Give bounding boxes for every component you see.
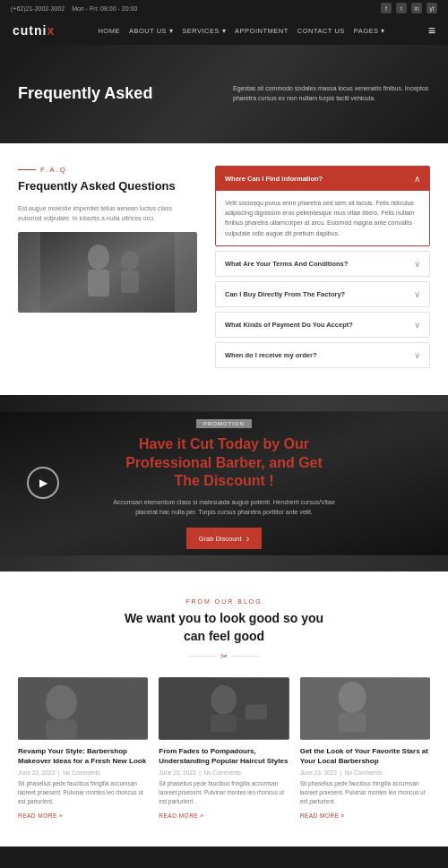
blog-card-title-2: From Fades to Pompadours, Understanding … bbox=[159, 747, 289, 766]
promo-content: PROMOTION Have it Cut Today by Our Profe… bbox=[108, 417, 340, 549]
blog-card-image-3 bbox=[300, 677, 430, 740]
blog-img-svg-1 bbox=[18, 677, 148, 740]
blog-card-meta-3: June 23, 2023 | No Comments bbox=[300, 769, 430, 776]
faq-question-4: What Kinds of Payment Do You Accept? bbox=[225, 321, 353, 329]
promo-title-line2: Professional Barber, and Get bbox=[125, 455, 323, 470]
blog-date-3: June 23, 2023 bbox=[300, 769, 337, 776]
faq-item-2: What Are Your Terms And Conditions? ∨ bbox=[215, 251, 430, 277]
blog-card-title-3: Get the Look of Your Favorite Stars at Y… bbox=[300, 747, 430, 766]
blog-card-title-1: Revamp Your Style: Barbershop Makeover I… bbox=[18, 747, 148, 766]
nav-contact[interactable]: CONTACT US bbox=[297, 27, 345, 35]
svg-rect-14 bbox=[246, 704, 267, 719]
svg-rect-5 bbox=[121, 271, 139, 293]
blog-comments-1: No Comments bbox=[63, 769, 100, 776]
blog-section-title: We want you to look good so youcan feel … bbox=[18, 610, 430, 645]
facebook-icon[interactable]: f bbox=[381, 3, 392, 13]
faq-chevron-down-icon-2: ∨ bbox=[414, 259, 420, 269]
blog-comments-2: No Comments bbox=[203, 769, 241, 776]
faq-right-panel: Where Can I Find Information? ∧ Velit so… bbox=[215, 166, 430, 373]
blog-card-text-2: Sit phaselius pede faucibus fringilla ac… bbox=[159, 779, 289, 805]
svg-point-16 bbox=[338, 682, 366, 713]
faq-answer-1: Velit sociosqu purus enim pharetra sed s… bbox=[216, 191, 429, 245]
faq-tag: F.A.Q bbox=[18, 166, 197, 174]
faq-description: Est augue molestie imperdiet tellus aene… bbox=[18, 203, 197, 223]
blog-read-more-3[interactable]: READ MORE bbox=[300, 812, 345, 819]
blog-read-more-1[interactable]: READ MORE bbox=[18, 812, 63, 819]
svg-point-9 bbox=[46, 685, 77, 720]
blog-card-text-3: Sit phaselius pede faucibus fringilla ac… bbox=[300, 779, 430, 805]
business-hours: Mon - Fri: 08:00 - 20:00 bbox=[72, 5, 137, 12]
nav-services[interactable]: SERVICES ▾ bbox=[182, 27, 226, 35]
faq-chevron-down-icon-5: ∨ bbox=[414, 350, 420, 360]
faq-chevron-down-icon-4: ∨ bbox=[414, 320, 420, 330]
faq-chevron-up-icon: ∧ bbox=[414, 174, 420, 184]
faq-question-3: Can I Buy Directly From The Factory? bbox=[225, 290, 345, 298]
faq-question-1: Where Can I Find Information? bbox=[225, 175, 323, 183]
promo-play-button[interactable]: ▶ bbox=[27, 467, 59, 499]
blog-divider-icon: ✂ bbox=[220, 651, 228, 661]
blog-comments-3: No Comments bbox=[345, 769, 383, 776]
blog-card-2: From Fades to Pompadours, Understanding … bbox=[159, 677, 289, 820]
blog-card-image-2 bbox=[159, 677, 289, 740]
promo-title-highlight: The Discount ! bbox=[174, 473, 273, 488]
faq-item-5: When do I receive my order? ∨ bbox=[215, 342, 430, 368]
promo-description: Accumsan elementum class si malesuada au… bbox=[108, 498, 340, 517]
faq-question-2: What Are Your Terms And Conditions? bbox=[225, 260, 348, 268]
svg-rect-17 bbox=[338, 713, 366, 732]
faq-image-inner bbox=[18, 232, 197, 313]
faq-section: F.A.Q Frequently Asked Questions Est aug… bbox=[0, 143, 448, 395]
svg-rect-13 bbox=[211, 715, 237, 732]
blog-img-svg-3 bbox=[300, 677, 430, 740]
blog-card-image-1 bbox=[18, 677, 148, 740]
blog-date-2: June 23, 2023 bbox=[159, 769, 195, 776]
faq-item-4: What Kinds of Payment Do You Accept? ∨ bbox=[215, 312, 430, 338]
promo-title-line1: Have it Cut Today by Our bbox=[139, 436, 309, 451]
top-bar: (+62)21-2002-3002 Mon - Fri: 08:00 - 20:… bbox=[0, 0, 448, 16]
blog-card-text-1: Sit phaselius pede faucibus fringilla ac… bbox=[18, 779, 148, 805]
navbar: cutnix HOME ABOUT US ▾ SERVICES ▾ APPOIN… bbox=[0, 16, 448, 45]
faq-item-1: Where Can I Find Information? ∧ Velit so… bbox=[215, 166, 430, 246]
svg-rect-3 bbox=[88, 270, 109, 296]
promo-section: ▶ PROMOTION Have it Cut Today by Our Pro… bbox=[0, 395, 448, 572]
blog-card-1: Revamp Your Style: Barbershop Makeover I… bbox=[18, 677, 148, 820]
barber-image-svg bbox=[18, 232, 197, 313]
nav-links: HOME ABOUT US ▾ SERVICES ▾ APPOINTMENT C… bbox=[98, 27, 384, 35]
nav-pages[interactable]: PAGES ▾ bbox=[354, 27, 385, 35]
twitter-icon[interactable]: t bbox=[396, 3, 407, 13]
faq-title: Frequently Asked Questions bbox=[18, 179, 197, 194]
faq-header-4[interactable]: What Kinds of Payment Do You Accept? ∨ bbox=[216, 313, 429, 337]
phone-number: (+62)21-2002-3002 bbox=[11, 5, 65, 12]
hero-description: Egestas sit commodo sodales massa locus … bbox=[233, 84, 430, 103]
blog-grid: Revamp Your Style: Barbershop Makeover I… bbox=[18, 677, 430, 820]
faq-chevron-down-icon-3: ∨ bbox=[414, 289, 420, 299]
svg-point-4 bbox=[121, 251, 139, 271]
blog-card-meta-1: June 23, 2023 | No Comments bbox=[18, 769, 148, 776]
grab-discount-button[interactable]: Grab Discount bbox=[186, 528, 263, 549]
svg-rect-10 bbox=[46, 720, 77, 739]
social-links[interactable]: f t in yt bbox=[381, 3, 437, 13]
nav-home[interactable]: HOME bbox=[98, 27, 120, 35]
faq-header-3[interactable]: Can I Buy Directly From The Factory? ∨ bbox=[216, 282, 429, 306]
linkedin-icon[interactable]: in bbox=[411, 3, 422, 13]
youtube-icon[interactable]: yt bbox=[426, 3, 437, 13]
faq-left-panel: F.A.Q Frequently Asked Questions Est aug… bbox=[18, 166, 197, 373]
faq-header-5[interactable]: When do I receive my order? ∨ bbox=[216, 343, 429, 367]
blog-card-meta-2: June 23, 2023 | No Comments bbox=[159, 769, 289, 776]
hamburger-menu[interactable]: ≡ bbox=[428, 23, 435, 38]
site-logo[interactable]: cutnix bbox=[13, 23, 55, 38]
blog-date-1: June 23, 2023 bbox=[18, 769, 55, 776]
promo-badge: PROMOTION bbox=[196, 419, 252, 428]
promo-title: Have it Cut Today by Our Professional Ba… bbox=[108, 435, 340, 491]
faq-header-1[interactable]: Where Can I Find Information? ∧ bbox=[216, 167, 429, 191]
blog-card-3: Get the Look of Your Favorite Stars at Y… bbox=[300, 677, 430, 820]
blog-read-more-2[interactable]: READ MORE bbox=[159, 812, 203, 819]
svg-point-12 bbox=[211, 685, 237, 715]
footer: cutnix Jln Cempaka Wangi No 22, Jakarta … bbox=[0, 847, 448, 868]
nav-appointment[interactable]: APPOINTMENT bbox=[235, 27, 289, 35]
blog-divider-line: ✂ bbox=[189, 651, 259, 661]
nav-about[interactable]: ABOUT US ▾ bbox=[129, 27, 173, 35]
svg-point-2 bbox=[88, 245, 109, 270]
faq-header-2[interactable]: What Are Your Terms And Conditions? ∨ bbox=[216, 252, 429, 276]
hero-content: Frequently Asked Egestas sit commodo sod… bbox=[18, 83, 430, 104]
blog-divider: ✂ bbox=[18, 649, 430, 661]
